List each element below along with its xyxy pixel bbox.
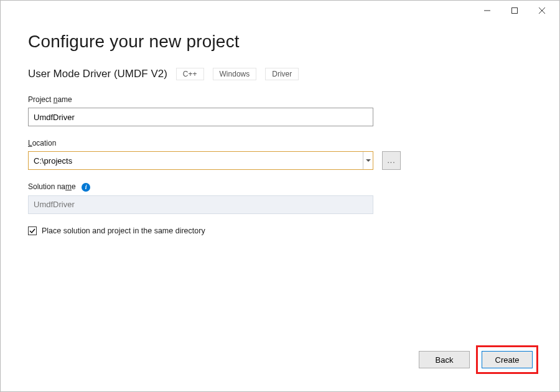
project-name-label: Project name [28, 95, 532, 104]
solution-name-field: Solution name i [28, 182, 532, 214]
browse-button[interactable]: ... [382, 151, 401, 170]
close-icon [539, 7, 545, 14]
create-button[interactable]: Create [482, 351, 533, 368]
location-label: Location [28, 139, 532, 147]
close-button[interactable] [528, 2, 556, 19]
template-tag: C++ [176, 68, 204, 80]
content-area: Configure your new project User Mode Dri… [1, 21, 559, 235]
same-directory-row: Place solution and project in the same d… [28, 226, 532, 235]
location-field: Location ... [28, 139, 532, 170]
back-button[interactable]: Back [419, 351, 470, 368]
footer-buttons: Back Create [419, 345, 538, 374]
titlebar [1, 1, 559, 21]
template-tag: Driver [265, 68, 299, 80]
same-directory-checkbox[interactable] [28, 226, 37, 235]
maximize-button[interactable] [501, 2, 528, 19]
chevron-down-icon [366, 159, 371, 162]
minimize-icon [484, 7, 490, 14]
minimize-button[interactable] [474, 2, 501, 19]
solution-name-label: Solution name i [28, 182, 532, 192]
page-title: Configure your new project [28, 32, 532, 52]
same-directory-label: Place solution and project in the same d… [42, 226, 205, 235]
checkmark-icon [29, 228, 35, 234]
svg-rect-1 [512, 8, 518, 14]
template-tag: Windows [213, 68, 257, 80]
template-row: User Mode Driver (UMDF V2) C++ Windows D… [28, 68, 532, 80]
dialog-window: Configure your new project User Mode Dri… [0, 0, 560, 392]
create-highlight: Create [476, 345, 538, 374]
location-dropdown-toggle[interactable] [363, 152, 373, 169]
info-icon[interactable]: i [82, 183, 90, 192]
location-input[interactable] [29, 152, 363, 169]
project-name-field: Project name [28, 95, 532, 126]
template-name: User Mode Driver (UMDF V2) [28, 68, 167, 80]
solution-name-input [28, 195, 373, 214]
project-name-input[interactable] [28, 108, 373, 126]
maximize-icon [511, 7, 518, 14]
location-combobox[interactable] [28, 151, 373, 170]
